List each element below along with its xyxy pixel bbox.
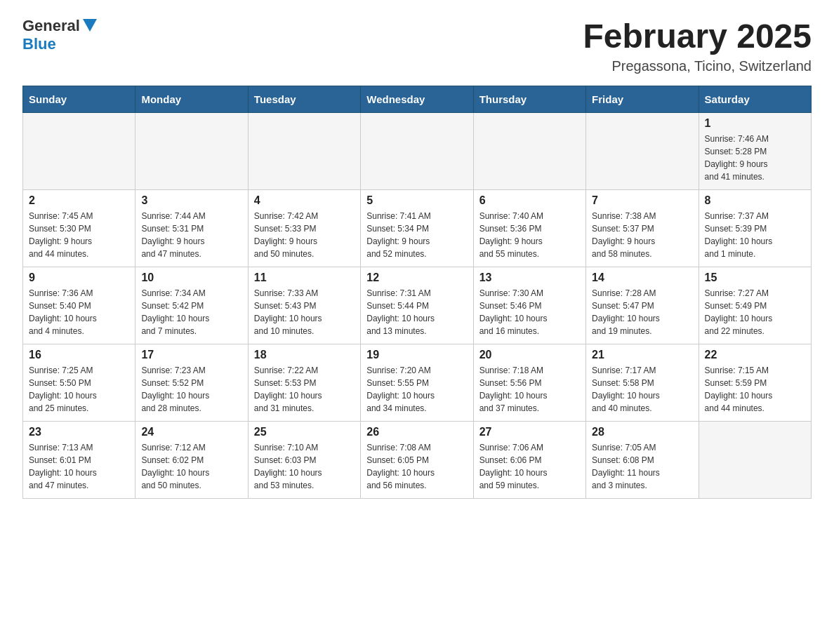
day-info: Sunrise: 7:30 AMSunset: 5:46 PMDaylight:… (479, 287, 580, 337)
calendar-cell: 5Sunrise: 7:41 AMSunset: 5:34 PMDaylight… (361, 190, 473, 267)
day-info: Sunrise: 7:44 AMSunset: 5:31 PMDaylight:… (141, 210, 241, 260)
calendar-cell: 6Sunrise: 7:40 AMSunset: 5:36 PMDaylight… (473, 190, 585, 267)
calendar-cell: 19Sunrise: 7:20 AMSunset: 5:55 PMDayligh… (361, 344, 473, 422)
calendar-week-2: 2Sunrise: 7:45 AMSunset: 5:30 PMDaylight… (23, 190, 812, 267)
day-info: Sunrise: 7:05 AMSunset: 6:08 PMDaylight:… (592, 441, 692, 492)
col-sunday: Sunday (23, 86, 135, 113)
calendar-cell: 16Sunrise: 7:25 AMSunset: 5:50 PMDayligh… (23, 344, 135, 422)
day-number: 13 (479, 271, 580, 284)
calendar-cell: 14Sunrise: 7:28 AMSunset: 5:47 PMDayligh… (586, 267, 699, 344)
day-info: Sunrise: 7:36 AMSunset: 5:40 PMDaylight:… (29, 287, 129, 337)
calendar-cell (135, 113, 248, 190)
day-number: 7 (592, 194, 692, 207)
calendar-cell: 24Sunrise: 7:12 AMSunset: 6:02 PMDayligh… (135, 422, 248, 499)
day-number: 24 (141, 426, 241, 438)
calendar-cell: 9Sunrise: 7:36 AMSunset: 5:40 PMDaylight… (23, 267, 135, 344)
calendar-cell: 21Sunrise: 7:17 AMSunset: 5:58 PMDayligh… (586, 344, 699, 422)
day-info: Sunrise: 7:10 AMSunset: 6:03 PMDaylight:… (254, 441, 355, 492)
day-info: Sunrise: 7:33 AMSunset: 5:43 PMDaylight:… (254, 287, 355, 337)
day-info: Sunrise: 7:13 AMSunset: 6:01 PMDaylight:… (29, 441, 129, 492)
day-number: 3 (141, 194, 241, 207)
logo-general: General (22, 17, 80, 35)
location-title: Pregassona, Ticino, Switzerland (583, 58, 812, 74)
day-number: 22 (705, 349, 805, 361)
day-number: 16 (29, 349, 129, 361)
calendar-cell: 25Sunrise: 7:10 AMSunset: 6:03 PMDayligh… (248, 422, 360, 499)
day-info: Sunrise: 7:08 AMSunset: 6:05 PMDaylight:… (366, 441, 467, 492)
calendar-week-3: 9Sunrise: 7:36 AMSunset: 5:40 PMDaylight… (23, 267, 812, 344)
calendar-cell (586, 113, 699, 190)
day-info: Sunrise: 7:34 AMSunset: 5:42 PMDaylight:… (141, 287, 241, 337)
calendar-cell: 23Sunrise: 7:13 AMSunset: 6:01 PMDayligh… (23, 422, 135, 499)
day-number: 20 (479, 349, 580, 361)
day-info: Sunrise: 7:38 AMSunset: 5:37 PMDaylight:… (592, 210, 692, 260)
day-number: 9 (29, 271, 129, 284)
day-number: 8 (705, 194, 805, 207)
calendar-week-4: 16Sunrise: 7:25 AMSunset: 5:50 PMDayligh… (23, 344, 812, 422)
calendar-cell: 7Sunrise: 7:38 AMSunset: 5:37 PMDaylight… (586, 190, 699, 267)
day-number: 21 (592, 349, 692, 361)
logo-triangle-icon (83, 19, 97, 32)
day-info: Sunrise: 7:18 AMSunset: 5:56 PMDaylight:… (479, 364, 580, 415)
day-number: 28 (592, 426, 692, 438)
calendar-cell: 4Sunrise: 7:42 AMSunset: 5:33 PMDaylight… (248, 190, 360, 267)
calendar-cell (699, 422, 811, 499)
day-info: Sunrise: 7:15 AMSunset: 5:59 PMDaylight:… (705, 364, 805, 415)
col-saturday: Saturday (699, 86, 811, 113)
col-monday: Monday (135, 86, 248, 113)
day-info: Sunrise: 7:28 AMSunset: 5:47 PMDaylight:… (592, 287, 692, 337)
day-number: 23 (29, 426, 129, 438)
calendar-cell: 10Sunrise: 7:34 AMSunset: 5:42 PMDayligh… (135, 267, 248, 344)
calendar-cell (473, 113, 585, 190)
calendar-cell: 8Sunrise: 7:37 AMSunset: 5:39 PMDaylight… (699, 190, 811, 267)
day-number: 18 (254, 349, 355, 361)
day-info: Sunrise: 7:22 AMSunset: 5:53 PMDaylight:… (254, 364, 355, 415)
calendar-cell: 20Sunrise: 7:18 AMSunset: 5:56 PMDayligh… (473, 344, 585, 422)
calendar-cell: 26Sunrise: 7:08 AMSunset: 6:05 PMDayligh… (361, 422, 473, 499)
calendar-week-1: 1Sunrise: 7:46 AMSunset: 5:28 PMDaylight… (23, 113, 812, 190)
calendar-cell: 28Sunrise: 7:05 AMSunset: 6:08 PMDayligh… (586, 422, 699, 499)
day-info: Sunrise: 7:06 AMSunset: 6:06 PMDaylight:… (479, 441, 580, 492)
day-number: 12 (366, 271, 467, 284)
calendar-cell: 18Sunrise: 7:22 AMSunset: 5:53 PMDayligh… (248, 344, 360, 422)
day-info: Sunrise: 7:40 AMSunset: 5:36 PMDaylight:… (479, 210, 580, 260)
day-number: 10 (141, 271, 241, 284)
col-tuesday: Tuesday (248, 86, 360, 113)
day-number: 17 (141, 349, 241, 361)
day-number: 14 (592, 271, 692, 284)
day-info: Sunrise: 7:42 AMSunset: 5:33 PMDaylight:… (254, 210, 355, 260)
day-number: 2 (29, 194, 129, 207)
day-info: Sunrise: 7:37 AMSunset: 5:39 PMDaylight:… (705, 210, 805, 260)
calendar-header: Sunday Monday Tuesday Wednesday Thursday… (23, 86, 812, 113)
day-number: 26 (366, 426, 467, 438)
calendar-cell: 12Sunrise: 7:31 AMSunset: 5:44 PMDayligh… (361, 267, 473, 344)
day-number: 15 (705, 271, 805, 284)
day-info: Sunrise: 7:45 AMSunset: 5:30 PMDaylight:… (29, 210, 129, 260)
day-number: 6 (479, 194, 580, 207)
day-number: 1 (705, 117, 805, 130)
calendar-cell: 17Sunrise: 7:23 AMSunset: 5:52 PMDayligh… (135, 344, 248, 422)
calendar-cell: 27Sunrise: 7:06 AMSunset: 6:06 PMDayligh… (473, 422, 585, 499)
day-info: Sunrise: 7:27 AMSunset: 5:49 PMDaylight:… (705, 287, 805, 337)
calendar-cell: 13Sunrise: 7:30 AMSunset: 5:46 PMDayligh… (473, 267, 585, 344)
day-number: 25 (254, 426, 355, 438)
day-info: Sunrise: 7:31 AMSunset: 5:44 PMDaylight:… (366, 287, 467, 337)
calendar-cell: 2Sunrise: 7:45 AMSunset: 5:30 PMDaylight… (23, 190, 135, 267)
logo: General Blue (22, 17, 97, 53)
calendar-cell (23, 113, 135, 190)
day-info: Sunrise: 7:20 AMSunset: 5:55 PMDaylight:… (366, 364, 467, 415)
month-title: February 2025 (583, 17, 812, 55)
calendar-cell: 3Sunrise: 7:44 AMSunset: 5:31 PMDaylight… (135, 190, 248, 267)
col-wednesday: Wednesday (361, 86, 473, 113)
day-info: Sunrise: 7:17 AMSunset: 5:58 PMDaylight:… (592, 364, 692, 415)
day-info: Sunrise: 7:25 AMSunset: 5:50 PMDaylight:… (29, 364, 129, 415)
day-number: 5 (366, 194, 467, 207)
day-info: Sunrise: 7:23 AMSunset: 5:52 PMDaylight:… (141, 364, 241, 415)
title-block: February 2025 Pregassona, Ticino, Switze… (583, 17, 812, 74)
col-friday: Friday (586, 86, 699, 113)
calendar-table: Sunday Monday Tuesday Wednesday Thursday… (22, 86, 812, 499)
day-number: 19 (366, 349, 467, 361)
calendar-body: 1Sunrise: 7:46 AMSunset: 5:28 PMDaylight… (23, 113, 812, 499)
calendar-cell: 11Sunrise: 7:33 AMSunset: 5:43 PMDayligh… (248, 267, 360, 344)
day-info: Sunrise: 7:41 AMSunset: 5:34 PMDaylight:… (366, 210, 467, 260)
